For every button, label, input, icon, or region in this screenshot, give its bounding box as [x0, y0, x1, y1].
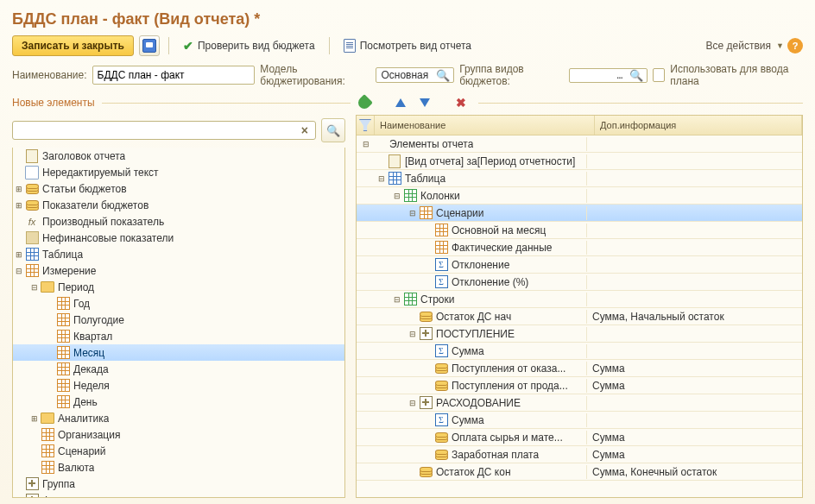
table-row[interactable]: ⊟ПОСТУПЛЕНИЕ [357, 325, 802, 343]
row-name: Фактические данные [452, 242, 553, 254]
collapse-icon[interactable]: ⊟ [13, 265, 25, 277]
all-actions-label: Все действия [706, 40, 771, 52]
move-up-button[interactable] [394, 96, 408, 110]
table-row[interactable]: Фактические данные [357, 239, 802, 256]
page-title: БДДС план - факт (Вид отчета) * [0, 0, 815, 35]
tree-item-label: Производный показатель [42, 216, 164, 228]
use-for-plan-checkbox[interactable] [653, 68, 665, 82]
table-row[interactable]: Остаток ДС начСумма, Начальный остаток [357, 308, 802, 325]
cell-name: ⊟Элементы отчета [357, 137, 587, 151]
search-icon[interactable]: 🔍 [433, 69, 453, 82]
save-button[interactable] [139, 35, 160, 56]
table-row[interactable]: Основной на месяц [357, 222, 802, 239]
tree-item[interactable]: ⊞Таблица [13, 246, 344, 262]
table-row[interactable]: ⊟Элементы отчета [357, 135, 802, 153]
tree-item[interactable]: ⊞Аналитика [13, 410, 344, 426]
sigma-icon: Σ [434, 275, 448, 289]
tree-item[interactable]: ⊟Измерение [13, 262, 344, 279]
elements-tree[interactable]: Заголовок отчетаНередактируемый текст⊞Ст… [12, 148, 345, 498]
tree-item[interactable]: Квартал [13, 328, 344, 344]
expand-icon[interactable]: ⊞ [13, 183, 25, 195]
name-input[interactable] [92, 66, 256, 85]
coins-icon [419, 465, 433, 479]
table-row[interactable]: ΣОтклонение [357, 256, 802, 274]
expand-icon[interactable]: ⊞ [28, 413, 41, 425]
search-input[interactable]: × [12, 121, 316, 140]
collapse-icon[interactable]: ⊟ [391, 190, 403, 202]
collapse-icon[interactable]: ⊟ [407, 328, 419, 340]
table-row[interactable]: Поступления от прода...Сумма [357, 377, 802, 394]
table-icon [56, 395, 70, 409]
table-row[interactable]: ΣСумма [357, 343, 802, 360]
row-name: Поступления от оказа... [452, 362, 565, 375]
row-name: Сумма [452, 414, 484, 426]
search-button[interactable]: 🔍 [321, 118, 345, 142]
delete-button[interactable]: ✖ [454, 96, 468, 110]
save-close-button[interactable]: Записать и закрыть [12, 35, 134, 56]
expand-icon[interactable]: ⊞ [13, 199, 25, 211]
text-icon [25, 166, 39, 180]
table-icon [41, 428, 54, 442]
ellipsis-icon[interactable]: ... [613, 69, 626, 81]
collapse-icon[interactable]: ⊟ [407, 207, 419, 219]
tree-item[interactable]: Группа [13, 476, 344, 492]
col-info-header[interactable]: Доп.информация [595, 116, 802, 135]
table-row[interactable]: [Вид отчета] за[Период отчетности] [357, 153, 802, 170]
new-elements-title: Новые элементы [12, 97, 95, 109]
table-row[interactable]: ⊟Колонки [357, 187, 802, 205]
table-row[interactable]: Остаток ДС конСумма, Конечный остаток [357, 463, 802, 481]
tree-item[interactable]: День [13, 394, 344, 410]
table-row[interactable]: ⊟Строки [357, 291, 802, 308]
page-icon [25, 149, 39, 163]
edit-button[interactable] [357, 96, 371, 110]
filter-button[interactable] [357, 116, 375, 135]
collapse-icon[interactable]: ⊟ [360, 138, 372, 150]
clear-button[interactable]: × [298, 123, 312, 137]
cell-info: Сумма [587, 380, 802, 392]
tree-item[interactable]: ⊟Период [13, 279, 344, 295]
tree-item[interactable]: Валюта [13, 459, 344, 476]
tree-item[interactable]: Полугодие [13, 312, 344, 328]
tree-item[interactable]: Сценарий [13, 443, 344, 459]
tree-item[interactable]: Организация [13, 426, 344, 443]
check-budget-button[interactable]: ✔Проверить вид бюджета [178, 36, 320, 55]
model-input[interactable]: Основная🔍 [376, 67, 454, 83]
table-row[interactable]: Заработная платаСумма [357, 446, 802, 463]
search-text[interactable] [16, 123, 298, 137]
view-report-button[interactable]: Посмотреть вид отчета [338, 36, 477, 55]
table-row[interactable]: ⊟Таблица [357, 170, 802, 187]
tree-item[interactable]: Формула по группе [13, 492, 344, 498]
tree-item[interactable]: fxПроизводный показатель [13, 213, 344, 230]
expand-icon[interactable]: ⊞ [13, 249, 25, 261]
collapse-icon[interactable]: ⊟ [28, 281, 41, 293]
table-row[interactable]: ΣСумма [357, 412, 802, 429]
table-row[interactable]: Поступления от оказа...Сумма [357, 360, 802, 377]
row-name: Остаток ДС нач [436, 311, 511, 323]
tree-item[interactable]: Год [13, 295, 344, 312]
table-body[interactable]: ⊟Элементы отчета[Вид отчета] за[Период о… [357, 135, 802, 497]
search-icon[interactable]: 🔍 [626, 69, 647, 82]
tree-item[interactable]: Заголовок отчета [13, 148, 344, 164]
collapse-icon[interactable]: ⊟ [407, 397, 419, 409]
move-down-button[interactable] [418, 96, 432, 110]
tree-item[interactable]: Нефинансовые показатели [13, 230, 344, 246]
table-row[interactable]: ⊟Сценарии [357, 205, 802, 222]
table-row[interactable]: Оплата сырья и мате...Сумма [357, 429, 802, 446]
tree-item[interactable]: Месяц [13, 344, 344, 361]
row-name: Оплата сырья и мате... [452, 432, 563, 444]
group-input[interactable]: ...🔍 [569, 68, 648, 83]
tree-item[interactable]: Нередактируемый текст [13, 164, 344, 180]
tree-item[interactable]: ⊞Показатели бюджетов [13, 197, 344, 213]
all-actions-menu[interactable]: Все действия▼ [706, 40, 784, 52]
col-name-header[interactable]: Наименование [375, 116, 595, 135]
table-row[interactable]: ⊟РАСХОДОВАНИЕ [357, 394, 802, 412]
collapse-icon[interactable]: ⊟ [391, 293, 403, 306]
table-row[interactable]: ΣОтклонение (%) [357, 274, 802, 291]
tree-item[interactable]: Декада [13, 361, 344, 377]
tree-item[interactable]: ⊞Статьи бюджетов [13, 180, 344, 197]
tree-item-label: Декада [73, 363, 109, 375]
folder-icon [41, 280, 54, 294]
help-button[interactable]: ? [787, 38, 803, 54]
tree-item[interactable]: Неделя [13, 377, 344, 394]
collapse-icon[interactable]: ⊟ [376, 173, 388, 185]
